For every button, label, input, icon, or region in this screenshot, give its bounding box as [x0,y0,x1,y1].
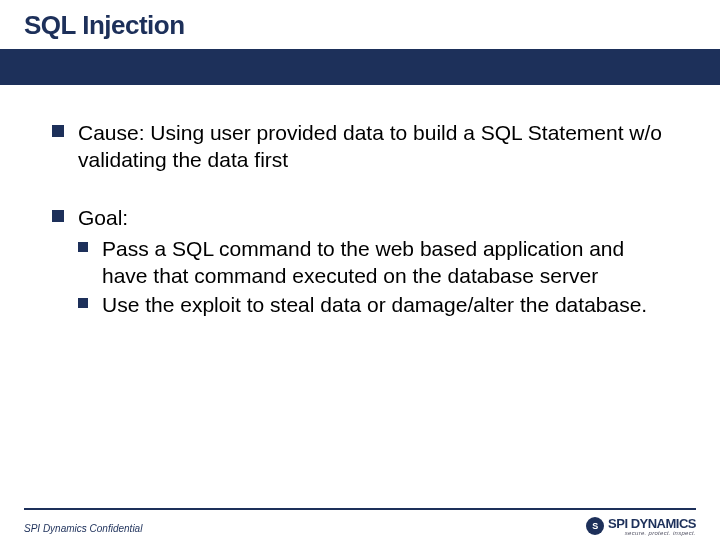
logo-main-text: SPI DYNAMICS [608,516,696,531]
bullet-icon [52,125,64,137]
sub-bullet-list: Pass a SQL command to the web based appl… [78,235,670,319]
sub-bullet-text: Pass a SQL command to the web based appl… [102,235,670,290]
title-bar [0,49,720,85]
bullet-icon [78,298,88,308]
bullet-list: Cause: Using user provided data to build… [52,119,670,319]
sub-bullet-text: Use the exploit to steal data or damage/… [102,291,670,318]
bullet-icon [52,210,64,222]
bullet-icon [78,242,88,252]
logo-text-wrap: SPI DYNAMICS secure. protect. inspect. [608,516,696,536]
footer-divider [24,508,696,510]
logo: S SPI DYNAMICS secure. protect. inspect. [586,516,696,536]
list-item: Goal: Pass a SQL command to the web base… [52,204,670,319]
list-item: Use the exploit to steal data or damage/… [78,291,670,318]
slide-title: SQL Injection [24,10,720,41]
list-item: Cause: Using user provided data to build… [52,119,670,174]
title-wrap: SQL Injection [0,0,720,41]
bullet-text: Cause: Using user provided data to build… [78,119,670,174]
logo-mark-icon: S [586,517,604,535]
footer-text: SPI Dynamics Confidential [24,523,142,534]
content-area: Cause: Using user provided data to build… [0,85,720,319]
bullet-text: Goal: [78,204,670,231]
slide: SQL Injection Cause: Using user provided… [0,0,720,540]
footer: SPI Dynamics Confidential S SPI DYNAMICS… [0,508,720,540]
list-item: Pass a SQL command to the web based appl… [78,235,670,290]
